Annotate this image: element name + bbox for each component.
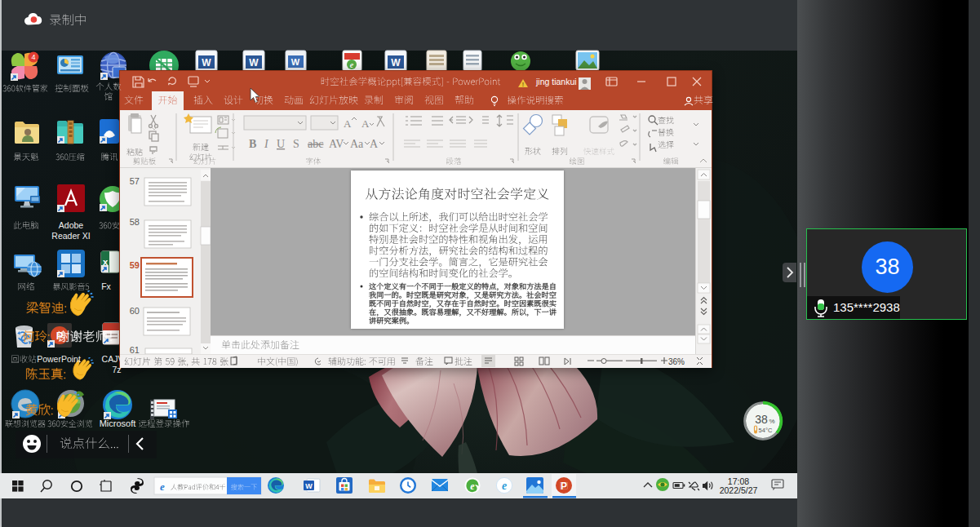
svg-text:7z: 7z (112, 365, 121, 374)
svg-text:60: 60 (130, 306, 140, 316)
svg-text:2022/5/27: 2022/5/27 (720, 485, 758, 495)
svg-text:jing tiankui: jing tiankui (535, 77, 577, 86)
svg-text:61: 61 (130, 345, 140, 355)
svg-text:CAJV: CAJV (102, 354, 124, 364)
svg-text:36%: 36% (668, 357, 685, 366)
svg-text:59: 59 (130, 260, 140, 270)
svg-text:Reader XI: Reader XI (51, 231, 90, 241)
svg-text:58: 58 (130, 217, 140, 227)
svg-text:Fx: Fx (101, 281, 111, 291)
svg-text:PowerPoint: PowerPoint (37, 354, 81, 364)
svg-text:Microsoft: Microsoft (100, 418, 136, 428)
svg-text:Adobe: Adobe (59, 220, 84, 230)
svg-text:57: 57 (130, 176, 140, 186)
